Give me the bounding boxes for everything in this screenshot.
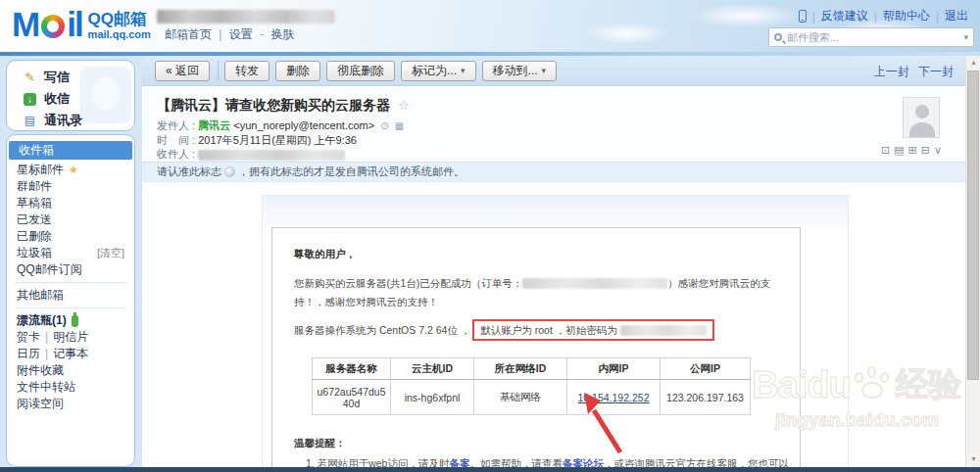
server-os-text: 服务器操作系统为 CentOS 7.2 64位 ， xyxy=(294,324,470,336)
scroll-down-button[interactable]: ▼ xyxy=(966,452,980,466)
receive-button[interactable]: ↓ 收信 xyxy=(7,88,134,110)
folder-add-icon[interactable]: ⊞ xyxy=(908,144,917,157)
gold-star-icon: ★ xyxy=(69,162,78,178)
folder-label: 收件箱 xyxy=(19,141,54,160)
folder-label: 垃圾箱 xyxy=(17,245,52,261)
sidebar-item-sent[interactable]: 已发送 xyxy=(7,212,134,228)
order-paragraph: 您新购买的云服务器(共1台)已分配成功（订单号：）感谢您对腾讯云的支持！，感谢您… xyxy=(294,274,786,311)
mail-pager: 上一封 下一封 xyxy=(868,64,954,80)
collapse-chevron-icon[interactable]: ∨ xyxy=(934,144,942,157)
recipient-blurred xyxy=(198,150,345,161)
folder-label: 草稿箱 xyxy=(17,195,52,212)
logout-link[interactable]: 退出 xyxy=(945,8,968,24)
top-links: | 反馈建议 | 帮助中心 | 退出 xyxy=(799,8,968,24)
junk-clear-link[interactable]: [清空] xyxy=(97,245,124,261)
from-label: 发件人 : xyxy=(157,119,198,131)
sidebar-item-file-transfer[interactable]: 文件中转站 xyxy=(7,379,134,396)
purge-button[interactable]: 彻底删除 xyxy=(326,61,395,81)
feedback-link[interactable]: 反馈建议 xyxy=(821,8,868,24)
scrollbar[interactable]: ▲ ▼ xyxy=(965,56,980,467)
windows-icon[interactable]: ⊡ xyxy=(881,144,890,157)
sender-name[interactable]: 腾讯云 xyxy=(198,119,230,131)
sidebar-item-junk[interactable]: 垃圾箱 [清空] xyxy=(7,245,134,261)
nav-skin-link[interactable]: 换肤 xyxy=(271,27,295,41)
back-button[interactable]: « 返回 xyxy=(155,61,210,81)
search-caret-icon[interactable]: ▾ xyxy=(963,32,968,42)
sidebar-item-inbox[interactable]: 收件箱 xyxy=(9,141,132,160)
time-row: 时 间 : 2017年5月11日(星期四) 上午9:36 xyxy=(157,133,404,147)
sidebar-item-deleted[interactable]: 已删除 xyxy=(7,228,134,245)
mail-body-inner-panel: 尊敬的用户， 您新购买的云服务器(共1台)已分配成功（订单号：）感谢您对腾讯云的… xyxy=(271,227,801,467)
qqmail-logo[interactable]: M il QQ邮箱 mail.qq.com xyxy=(12,5,151,44)
sidebar-item-starred[interactable]: 星标邮件 ★ xyxy=(7,162,134,178)
paw-icon xyxy=(854,366,893,403)
search-input[interactable] xyxy=(787,31,963,43)
compose-button[interactable]: ✎ 写信 xyxy=(7,67,134,88)
sidebar-item-reading-space[interactable]: 阅读空间 xyxy=(7,396,134,412)
scroll-up-button[interactable]: ▲ xyxy=(966,56,980,70)
account-blurred xyxy=(157,10,335,24)
contacts-label: 通讯录 xyxy=(44,112,82,129)
nav-home-link[interactable]: 邮箱首页 xyxy=(165,27,212,41)
sidebar-item-group-mail[interactable]: 群邮件 xyxy=(7,178,134,195)
search-box[interactable]: ▾ xyxy=(768,27,974,47)
calendar-link[interactable]: 日历 xyxy=(17,346,40,362)
folder-label: QQ邮件订阅 xyxy=(17,261,82,278)
avatar[interactable] xyxy=(903,97,940,138)
to-row: 收件人 : xyxy=(157,147,404,161)
nav-settings-link[interactable]: 设置 xyxy=(229,27,253,41)
next-mail-link[interactable]: 下一封 xyxy=(918,65,954,78)
mail-subject-row: 【腾讯云】请查收您新购买的云服务器 ☆ xyxy=(157,97,410,115)
sidebar-item-subscription[interactable]: QQ邮件订阅 xyxy=(7,261,134,278)
mark-as-button[interactable]: 标记为... ▾ xyxy=(401,61,476,81)
document-icon[interactable]: ▤ xyxy=(894,144,904,157)
credential-highlight-box: 默认账户为 root ，初始密码为 xyxy=(472,319,713,341)
mail-action-icons: ⊡ ▤ ⊞ ⊟ ∨ xyxy=(881,144,942,157)
public-ip-cell: 123.206.197.163 xyxy=(661,380,751,415)
sidebar-divider xyxy=(15,307,126,308)
sender-badge-icon[interactable]: ⊙ xyxy=(380,120,388,131)
favorite-star-icon[interactable]: ☆ xyxy=(398,98,410,113)
move-label: 移动到... xyxy=(493,63,538,79)
greeting-card-link[interactable]: 贺卡 xyxy=(17,329,40,346)
avatar-body xyxy=(909,122,935,137)
delete-button[interactable]: 删除 xyxy=(275,61,320,81)
intranet-ip-link[interactable]: 10.154.192.252 xyxy=(578,392,650,403)
caret-down-icon: ▾ xyxy=(542,66,547,75)
sidebar-item-other-mail[interactable]: 其他邮箱 xyxy=(7,287,134,304)
logo-swirl-icon xyxy=(41,15,65,38)
prev-mail-link[interactable]: 上一封 xyxy=(874,65,909,78)
authenticity-notice-bar: 请认准此标志，拥有此标志的才是发自腾讯公司的系统邮件。 xyxy=(142,162,965,182)
folder-label: 其他邮箱 xyxy=(17,287,64,304)
to-label: 收件人 : xyxy=(157,148,198,160)
forward-button[interactable]: 转发 xyxy=(224,61,270,81)
table-row: u672au547du540d ins-hg6xfpnl 基础网络 10.154… xyxy=(313,380,751,415)
forward-label: 转发 xyxy=(235,63,259,79)
table-header-cell: 内网IP xyxy=(567,358,661,380)
move-to-button[interactable]: 移动到... ▾ xyxy=(482,61,558,81)
sidebar-item-calendar-notes: 日历 | 记事本 xyxy=(7,346,134,362)
folder-label: 已删除 xyxy=(17,228,52,245)
sidebar-folders-box: 收件箱 星标邮件 ★ 群邮件 草稿箱 已发送 已删除 垃圾箱 [清空] QQ邮件… xyxy=(6,134,135,467)
contacts-button[interactable]: ▤ 通讯录 xyxy=(7,110,134,131)
notes-link[interactable]: 记事本 xyxy=(53,346,88,362)
server-paragraph: 服务器操作系统为 CentOS 7.2 64位 ，默认账户为 root ，初始密… xyxy=(294,319,786,341)
scroll-thumb[interactable] xyxy=(967,71,979,380)
instance-id-cell: ins-hg6xfpnl xyxy=(391,380,474,415)
mark-label: 标记为... xyxy=(412,63,457,79)
sidebar-item-drift-bottle[interactable]: 漂流瓶(1) xyxy=(7,312,134,329)
sidebar: ✎ 写信 ↓ 收信 ▤ 通讯录 收件箱 星标邮件 ★ 群邮件 草稿箱 已发送 已… xyxy=(0,56,142,467)
print-icon[interactable]: ⊟ xyxy=(921,144,930,157)
password-blurred xyxy=(620,325,707,336)
time-label: 时 间 : xyxy=(157,134,198,146)
table-header-cell: 云主机ID xyxy=(391,358,474,380)
postcard-link[interactable]: 明信片 xyxy=(53,329,88,346)
sidebar-item-drafts[interactable]: 草稿箱 xyxy=(7,195,134,212)
watermark-jingyan-text: 经验 xyxy=(896,362,962,407)
sender-card-icon[interactable]: ▦ xyxy=(395,120,404,131)
bottom-bar xyxy=(0,467,980,472)
sender-address[interactable]: <yun_noreply@tencent.com> xyxy=(233,119,374,131)
help-center-link[interactable]: 帮助中心 xyxy=(883,8,930,24)
phone-icon[interactable] xyxy=(799,10,807,23)
sidebar-item-attachments[interactable]: 附件收藏 xyxy=(7,362,134,379)
